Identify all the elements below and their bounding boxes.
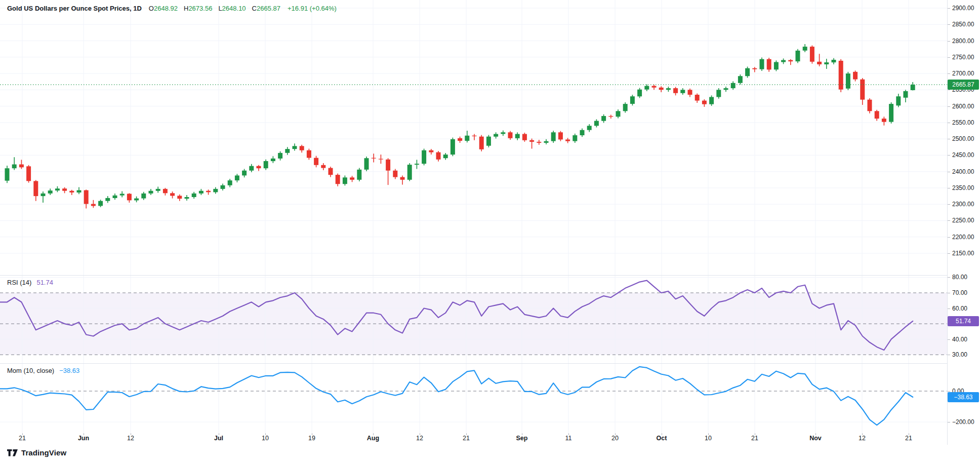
axis-tick bbox=[948, 204, 950, 205]
time-axis-tick bbox=[568, 433, 569, 435]
axis-tick bbox=[948, 90, 950, 90]
axis-tick bbox=[948, 8, 950, 9]
time-axis-label: 21 bbox=[463, 435, 470, 442]
momentum-value: −38.63 bbox=[59, 367, 79, 374]
axis-label: 2150.00 bbox=[948, 249, 980, 258]
axis-label: 2350.00 bbox=[948, 183, 980, 193]
time-axis-label: Nov bbox=[809, 435, 822, 442]
axis-label: 2500.00 bbox=[948, 134, 980, 143]
axis-label: 2800.00 bbox=[948, 36, 980, 46]
axis-tick bbox=[948, 422, 950, 422]
time-axis-tick bbox=[84, 433, 84, 435]
axis-tick bbox=[948, 277, 950, 278]
axis-tick bbox=[948, 339, 950, 340]
axis-label: 2200.00 bbox=[948, 233, 980, 242]
time-axis-label: Sep bbox=[516, 435, 528, 442]
time-axis[interactable]: 21Jun12Jul1019Aug1221Sep1120Oct1021Nov12… bbox=[0, 433, 947, 445]
time-axis-label: 10 bbox=[705, 435, 712, 442]
rsi-label: RSI (14) bbox=[7, 279, 31, 286]
time-axis-tick bbox=[615, 433, 616, 435]
time-axis-tick bbox=[265, 433, 266, 435]
last-price-badge: 2665.87 bbox=[948, 80, 979, 90]
time-axis-label: 19 bbox=[308, 435, 315, 442]
axis-tick bbox=[948, 41, 950, 42]
axis-tick bbox=[948, 188, 950, 188]
time-axis-tick bbox=[22, 433, 23, 435]
axis-tick bbox=[948, 220, 950, 221]
ohlc-item: L2648.10 bbox=[218, 5, 246, 12]
momentum-legend: Mom (10, close) −38.63 bbox=[7, 367, 79, 374]
time-axis-label: 10 bbox=[262, 435, 269, 442]
time-axis-tick bbox=[909, 433, 909, 435]
time-axis-label: Oct bbox=[657, 435, 667, 442]
tradingview-logo-icon bbox=[7, 449, 18, 456]
axis-label: 40.00 bbox=[948, 335, 980, 344]
axis-label: 2900.00 bbox=[948, 4, 980, 13]
tradingview-logo[interactable]: TradingView bbox=[7, 448, 66, 457]
time-axis-label: 12 bbox=[859, 435, 866, 442]
time-axis-label: Aug bbox=[367, 435, 379, 442]
price-pane-canvas[interactable] bbox=[0, 0, 947, 275]
time-axis-label: Jun bbox=[78, 435, 89, 442]
time-axis-tick bbox=[815, 433, 816, 435]
time-axis-tick bbox=[755, 433, 755, 435]
time-axis-tick bbox=[522, 433, 522, 435]
rsi-pane-canvas[interactable] bbox=[0, 275, 947, 363]
time-axis-tick bbox=[219, 433, 219, 435]
time-axis-tick bbox=[312, 433, 312, 435]
axis-label: 60.00 bbox=[948, 304, 980, 313]
axis-tick bbox=[948, 253, 950, 254]
axis-tick bbox=[948, 123, 950, 123]
axis-label: 2600.00 bbox=[948, 102, 980, 111]
ohlc-item: C2665.87 bbox=[252, 5, 280, 12]
axis-tick bbox=[948, 237, 950, 238]
axis-tick bbox=[948, 391, 950, 392]
pane-separator[interactable] bbox=[0, 363, 980, 364]
time-axis-label: 21 bbox=[19, 435, 26, 442]
time-axis-label: 20 bbox=[611, 435, 619, 442]
time-axis-tick bbox=[862, 433, 863, 435]
momentum-value-badge: −38.63 bbox=[948, 392, 979, 402]
time-axis-label: 12 bbox=[416, 435, 423, 442]
axis-label: 2300.00 bbox=[948, 200, 980, 209]
axis-label: 2450.00 bbox=[948, 150, 980, 160]
axis-tick bbox=[948, 293, 950, 293]
axis-tick bbox=[948, 172, 950, 172]
axis-tick bbox=[948, 57, 950, 58]
time-axis-tick bbox=[662, 433, 662, 435]
main-legend: Gold US Dollars per Ounce Spot Prices, 1… bbox=[7, 5, 337, 12]
time-axis-label: 21 bbox=[751, 435, 758, 442]
momentum-label: Mom (10, close) bbox=[7, 367, 54, 374]
time-axis-tick bbox=[708, 433, 709, 435]
axis-label: 70.00 bbox=[948, 288, 980, 297]
axis-label: 2550.00 bbox=[948, 118, 980, 127]
change-value: +16.91 (+0.64%) bbox=[288, 5, 337, 12]
axis-tick bbox=[948, 155, 950, 156]
rsi-value-badge: 51.74 bbox=[948, 316, 979, 326]
time-axis-tick bbox=[131, 433, 131, 435]
axis-label: −200.00 bbox=[948, 417, 980, 427]
ohlc-item: O2648.92 bbox=[149, 5, 178, 12]
axis-label: 2700.00 bbox=[948, 69, 980, 78]
rsi-value: 51.74 bbox=[36, 279, 53, 286]
time-axis-label: 21 bbox=[905, 435, 912, 442]
axis-label: 30.00 bbox=[948, 350, 980, 359]
price-axis[interactable]: 2900.002850.002800.002750.002700.002650.… bbox=[947, 0, 980, 445]
axis-tick bbox=[948, 309, 950, 309]
axis-tick bbox=[948, 355, 950, 355]
axis-label: 80.00 bbox=[948, 273, 980, 282]
axis-label: 2250.00 bbox=[948, 216, 980, 225]
time-axis-label: Jul bbox=[214, 435, 223, 442]
axis-tick bbox=[948, 24, 950, 25]
time-axis-label: 12 bbox=[127, 435, 134, 442]
time-axis-tick bbox=[466, 433, 467, 435]
axis-label: 2750.00 bbox=[948, 53, 980, 62]
time-axis-tick bbox=[420, 433, 420, 435]
pane-separator[interactable] bbox=[0, 275, 980, 276]
time-axis-tick bbox=[373, 433, 374, 435]
axis-label: 2850.00 bbox=[948, 20, 980, 29]
chart-widget: Gold US Dollars per Ounce Spot Prices, 1… bbox=[0, 0, 980, 461]
ohlc-item: H2673.56 bbox=[184, 5, 212, 12]
momentum-pane-canvas[interactable] bbox=[0, 363, 947, 433]
logo-row: TradingView bbox=[0, 445, 980, 461]
